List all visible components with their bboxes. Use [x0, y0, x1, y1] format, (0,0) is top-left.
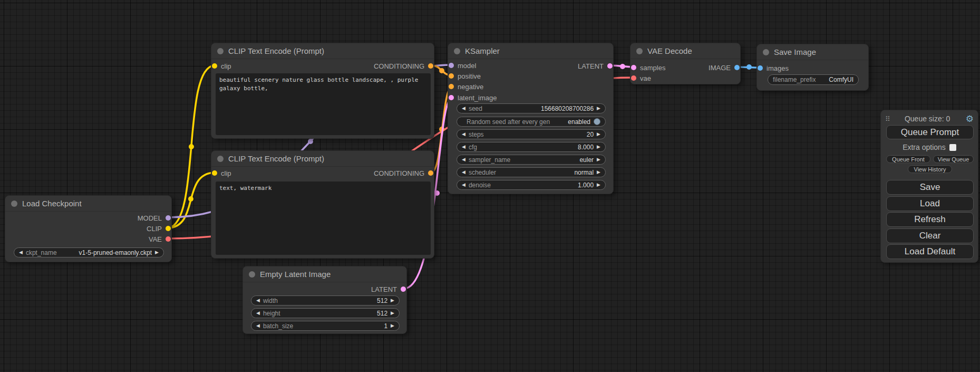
node-vae-decode[interactable]: VAE Decode samples vae IMAGE: [630, 43, 741, 84]
denoise-widget[interactable]: ◀ denoise 1.000 ▶: [457, 180, 606, 190]
random-seed-toggle-widget[interactable]: Random seed after every gen enabled: [457, 117, 606, 127]
scheduler-widget[interactable]: ◀ scheduler normal ▶: [457, 167, 606, 177]
node-empty-latent-image[interactable]: Empty Latent Image LATENT ◀ width 512 ▶ …: [242, 266, 407, 334]
decrement-arrow-icon[interactable]: ◀: [462, 145, 465, 149]
next-value-arrow-icon[interactable]: ▶: [597, 170, 600, 175]
prev-value-arrow-icon[interactable]: ◀: [462, 170, 465, 175]
next-value-arrow-icon[interactable]: ▶: [155, 250, 159, 255]
input-port-model[interactable]: model: [449, 61, 476, 70]
latent-port-dot[interactable]: [401, 287, 406, 292]
prev-value-arrow-icon[interactable]: ◀: [19, 250, 23, 255]
link-midpoint-dot[interactable]: [188, 196, 193, 202]
increment-arrow-icon[interactable]: ▶: [391, 298, 394, 303]
output-port-clip[interactable]: CLIP: [147, 224, 171, 233]
latent-port-dot[interactable]: [631, 65, 636, 70]
negative-prompt-textarea[interactable]: text, watermark: [216, 182, 431, 255]
conditioning-port-dot[interactable]: [449, 84, 454, 89]
sampler-name-widget[interactable]: ◀ sampler_name euler ▶: [457, 155, 606, 165]
conditioning-port-dot[interactable]: [428, 170, 433, 176]
node-title-bar[interactable]: Empty Latent Image: [243, 266, 406, 282]
increment-arrow-icon[interactable]: ▶: [597, 183, 600, 187]
input-port-clip[interactable]: clip: [212, 62, 231, 70]
clear-button[interactable]: Clear: [886, 228, 974, 243]
increment-arrow-icon[interactable]: ▶: [597, 106, 600, 111]
output-port-latent[interactable]: LATENT: [371, 285, 406, 293]
node-title-bar[interactable]: VAE Decode: [630, 43, 740, 59]
next-value-arrow-icon[interactable]: ▶: [597, 157, 600, 162]
conditioning-port-dot[interactable]: [449, 73, 454, 79]
increment-arrow-icon[interactable]: ▶: [391, 311, 394, 316]
queue-prompt-button[interactable]: Queue Prompt: [886, 125, 974, 139]
image-port-dot[interactable]: [734, 65, 740, 70]
model-port-dot[interactable]: [449, 63, 454, 68]
clip-port-dot[interactable]: [212, 170, 217, 176]
output-port-model[interactable]: MODEL: [138, 214, 171, 222]
queue-panel[interactable]: ⠿ Queue size: 0 ⚙ Queue Prompt Extra opt…: [880, 110, 978, 263]
input-port-positive[interactable]: positive: [449, 72, 481, 80]
gear-icon[interactable]: ⚙: [966, 115, 974, 123]
node-clip-text-encode-negative[interactable]: CLIP Text Encode (Prompt) clip CONDITION…: [211, 150, 434, 259]
link-midpoint-dot[interactable]: [620, 64, 625, 69]
input-port-samples[interactable]: samples: [631, 63, 665, 72]
vae-port-dot[interactable]: [166, 236, 171, 242]
input-port-vae[interactable]: vae: [631, 74, 651, 82]
comfyui-canvas[interactable]: { "app": "ComfyUI node graph", "icons": …: [0, 0, 980, 372]
node-title-bar[interactable]: Save Image: [757, 44, 868, 60]
link-midpoint-dot[interactable]: [439, 68, 444, 73]
prev-value-arrow-icon[interactable]: ◀: [462, 157, 465, 162]
decrement-arrow-icon[interactable]: ◀: [256, 311, 260, 316]
ckpt-name-widget[interactable]: ◀ ckpt_name v1-5-pruned-emaonly.ckpt ▶: [14, 247, 164, 257]
load-default-button[interactable]: Load Default: [886, 244, 974, 259]
input-port-clip[interactable]: clip: [212, 169, 231, 177]
seed-widget[interactable]: ◀ seed 156680208700286 ▶: [457, 103, 606, 113]
link-midpoint-dot[interactable]: [308, 139, 313, 144]
increment-arrow-icon[interactable]: ▶: [597, 145, 600, 149]
clip-port-dot[interactable]: [212, 63, 217, 69]
clip-port-dot[interactable]: [166, 226, 171, 231]
output-port-vae[interactable]: VAE: [149, 235, 171, 243]
drag-handle-icon[interactable]: ⠿: [885, 115, 889, 123]
image-port-dot[interactable]: [758, 65, 763, 71]
node-load-checkpoint[interactable]: Load Checkpoint MODEL CLIP VAE ◀ ckpt_na…: [5, 195, 172, 262]
width-widget[interactable]: ◀ width 512 ▶: [251, 295, 400, 306]
load-button[interactable]: Load: [886, 196, 974, 211]
batch-size-widget[interactable]: ◀ batch_size 1 ▶: [251, 321, 400, 331]
increment-arrow-icon[interactable]: ▶: [597, 132, 600, 137]
positive-prompt-textarea[interactable]: beautiful scenery nature glass bottle la…: [216, 73, 431, 135]
decrement-arrow-icon[interactable]: ◀: [462, 132, 465, 137]
toggle-enabled-icon[interactable]: [594, 118, 600, 125]
latent-port-dot[interactable]: [449, 95, 454, 100]
height-widget[interactable]: ◀ height 512 ▶: [251, 308, 400, 318]
latent-port-dot[interactable]: [607, 63, 613, 69]
link-midpoint-dot[interactable]: [746, 64, 752, 70]
increment-arrow-icon[interactable]: ▶: [391, 323, 394, 328]
refresh-button[interactable]: Refresh: [886, 212, 974, 227]
conditioning-port-dot[interactable]: [428, 63, 433, 69]
node-save-image[interactable]: Save Image images filename_prefix ComfyU…: [756, 44, 869, 91]
input-port-latent-image[interactable]: latent_image: [449, 93, 497, 102]
decrement-arrow-icon[interactable]: ◀: [256, 298, 260, 303]
steps-widget[interactable]: ◀ steps 20 ▶: [457, 129, 606, 139]
node-title-bar[interactable]: KSampler: [448, 43, 613, 59]
node-title-bar[interactable]: CLIP Text Encode (Prompt): [211, 43, 434, 59]
input-port-negative[interactable]: negative: [449, 82, 483, 91]
model-port-dot[interactable]: [166, 215, 171, 221]
node-clip-text-encode-positive[interactable]: CLIP Text Encode (Prompt) clip CONDITION…: [211, 43, 434, 139]
output-port-conditioning[interactable]: CONDITIONING: [374, 62, 433, 70]
decrement-arrow-icon[interactable]: ◀: [462, 106, 465, 111]
link-midpoint-dot[interactable]: [189, 144, 194, 149]
node-title-bar[interactable]: Load Checkpoint: [5, 196, 171, 212]
filename-prefix-widget[interactable]: filename_prefix ComfyUI: [768, 74, 859, 85]
output-port-conditioning[interactable]: CONDITIONING: [374, 169, 433, 177]
link-midpoint-dot[interactable]: [434, 190, 440, 196]
input-port-images[interactable]: images: [758, 64, 789, 72]
extra-options-checkbox[interactable]: [949, 144, 956, 151]
queue-front-button[interactable]: Queue Front: [886, 155, 930, 163]
view-queue-button[interactable]: View Queue: [933, 155, 974, 163]
cfg-widget[interactable]: ◀ cfg 8.000 ▶: [457, 142, 606, 152]
decrement-arrow-icon[interactable]: ◀: [256, 323, 260, 328]
output-port-latent[interactable]: LATENT: [578, 62, 613, 70]
vae-port-dot[interactable]: [631, 75, 636, 81]
node-title-bar[interactable]: CLIP Text Encode (Prompt): [211, 151, 434, 167]
view-history-button[interactable]: View History: [908, 165, 952, 173]
